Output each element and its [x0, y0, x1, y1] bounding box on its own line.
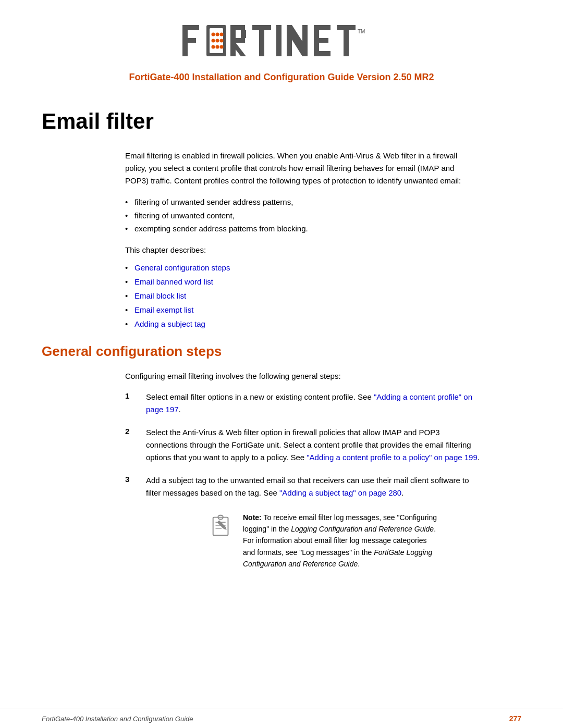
- step-number: 1: [125, 391, 136, 400]
- step-number: 3: [125, 474, 136, 484]
- svg-text:TM: TM: [358, 29, 365, 34]
- step-3: 3 Add a subject tag to the unwanted emai…: [125, 474, 480, 499]
- svg-point-7: [220, 33, 224, 36]
- adding-subject-tag-link[interactable]: Adding a subject tag: [134, 319, 205, 328]
- list-item: exempting sender address patterns from b…: [125, 222, 480, 236]
- email-block-list-link[interactable]: Email block list: [134, 291, 186, 300]
- svg-rect-27: [314, 38, 328, 43]
- footer-page-number: 277: [509, 714, 521, 723]
- section-intro: Configuring email filtering involves the…: [125, 370, 480, 382]
- step-1: 1 Select email filter options in a new o…: [125, 391, 480, 416]
- page-footer: FortiGate-400 Installation and Configura…: [0, 709, 563, 728]
- svg-rect-17: [241, 30, 246, 38]
- chapter-describes-label: This chapter describes:: [125, 244, 480, 256]
- note-text: Note: To receive email filter log messag…: [243, 512, 438, 570]
- page-header: TM FortiGate-400 Installation and Config…: [0, 0, 563, 93]
- intro-block: Email filtering is enabled in firewall p…: [125, 150, 480, 331]
- list-item[interactable]: Email exempt list: [125, 303, 480, 317]
- svg-point-6: [216, 33, 219, 36]
- page: TM FortiGate-400 Installation and Config…: [0, 0, 563, 728]
- note-label: Note:: [243, 513, 262, 522]
- logo-area: TM: [182, 21, 381, 63]
- step-text: Add a subject tag to the unwanted email …: [146, 474, 480, 499]
- svg-rect-30: [344, 30, 349, 56]
- note-icon: [209, 512, 235, 538]
- svg-rect-28: [314, 51, 331, 56]
- svg-rect-15: [230, 25, 245, 30]
- footer-left-text: FortiGate-400 Installation and Configura…: [42, 715, 193, 723]
- step-2: 2 Select the Anti-Virus & Web filter opt…: [125, 426, 480, 464]
- step-text: Select email filter options in a new or …: [146, 391, 480, 416]
- svg-point-12: [216, 45, 219, 49]
- chapter-title: Email filter: [42, 109, 521, 134]
- svg-rect-21: [276, 25, 282, 56]
- svg-point-9: [216, 39, 219, 43]
- bullet-list: filtering of unwanted sender address pat…: [125, 195, 480, 236]
- chapter-links-list: General configuration steps Email banned…: [125, 261, 480, 331]
- subtitle: FortiGate-400 Installation and Configura…: [129, 72, 434, 83]
- svg-point-8: [212, 39, 215, 43]
- svg-rect-26: [314, 25, 331, 30]
- svg-rect-36: [217, 520, 225, 528]
- list-item: filtering of unwanted content,: [125, 209, 480, 223]
- step-number: 2: [125, 426, 136, 436]
- list-item: filtering of unwanted sender address pat…: [125, 195, 480, 209]
- svg-rect-29: [337, 25, 356, 30]
- email-banned-word-link[interactable]: Email banned word list: [134, 277, 213, 286]
- general-config-link[interactable]: General configuration steps: [134, 263, 230, 272]
- main-content: Email filter Email filtering is enabled …: [0, 93, 563, 601]
- numbered-section: Configuring email filtering involves the…: [125, 370, 480, 570]
- svg-point-13: [220, 45, 224, 49]
- svg-rect-20: [259, 30, 264, 56]
- email-exempt-list-link[interactable]: Email exempt list: [134, 305, 193, 314]
- svg-rect-2: [182, 38, 196, 43]
- list-item[interactable]: General configuration steps: [125, 261, 480, 275]
- svg-point-10: [220, 39, 224, 43]
- svg-point-11: [212, 45, 215, 49]
- intro-paragraph: Email filtering is enabled in firewall p…: [125, 150, 480, 187]
- step3-link[interactable]: "Adding a subject tag" on page 280: [279, 488, 401, 497]
- section-heading: General configuration steps: [42, 343, 521, 360]
- fortinet-logo: TM: [182, 21, 381, 63]
- step-text: Select the Anti-Virus & Web filter optio…: [146, 426, 480, 464]
- svg-rect-32: [213, 517, 228, 535]
- step2-link[interactable]: "Adding a content profile to a policy" o…: [307, 453, 478, 462]
- svg-point-5: [212, 33, 215, 36]
- svg-rect-19: [252, 25, 271, 30]
- note-box: Note: To receive email filter log messag…: [209, 512, 438, 570]
- list-item[interactable]: Adding a subject tag: [125, 317, 480, 331]
- svg-rect-16: [230, 38, 245, 43]
- list-item[interactable]: Email banned word list: [125, 275, 480, 289]
- list-item[interactable]: Email block list: [125, 289, 480, 303]
- svg-rect-1: [182, 25, 199, 30]
- step1-link[interactable]: "Adding a content profile" on page 197: [146, 392, 472, 414]
